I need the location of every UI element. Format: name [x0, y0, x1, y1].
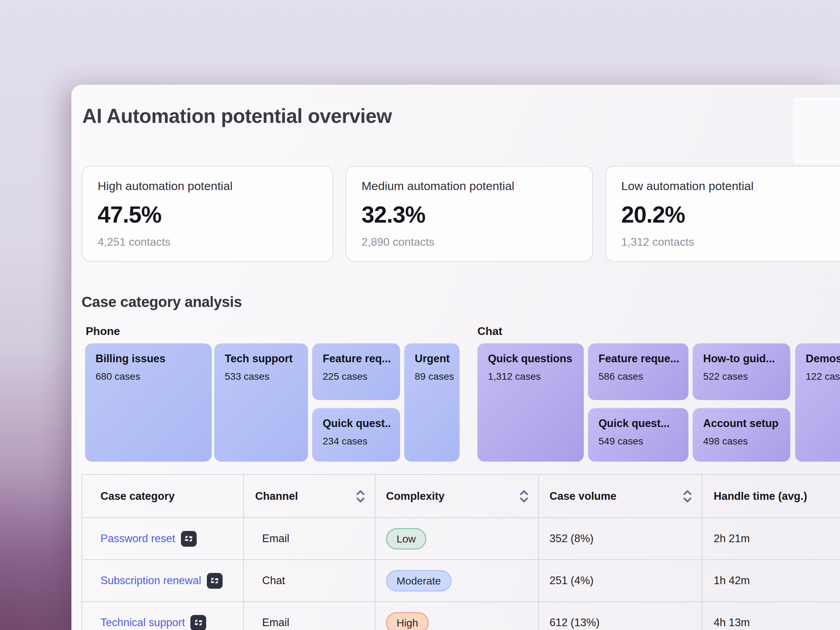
treemap-tile-quick-questions[interactable]: Quick quest.. 234 cases	[312, 408, 400, 462]
section-heading: Case category analysis	[82, 294, 242, 311]
table-row-cell-volume: 251 (4%)	[539, 560, 703, 602]
stat-card-subtext: 2,890 contacts	[362, 235, 577, 248]
stat-card-subtext: 4,251 contacts	[98, 235, 317, 248]
table-row-cell-handle-time: 4h 13m	[703, 602, 840, 630]
treemap-tile-demos[interactable]: Demos 122 cases	[795, 343, 840, 462]
tile-sub: 122 cases	[806, 371, 840, 382]
dashboard-panel: AI Automation potential overview High au…	[71, 85, 840, 630]
case-volume-value: 352 (8%)	[549, 532, 594, 545]
table-row-cell-complexity: Low	[376, 518, 539, 560]
table-row-cell-channel: Email	[244, 602, 376, 630]
table-row-cell-category: Subscription renewal	[82, 560, 244, 602]
tile-title: Quick questions	[488, 352, 573, 365]
treemap-tile-urgent[interactable]: Urgent 89 cases	[404, 343, 459, 462]
tile-title: Billing issues	[96, 352, 201, 365]
stat-card-label: Low automation potential	[621, 179, 840, 193]
tile-sub: 89 cases	[415, 371, 449, 382]
column-header-label: Channel	[255, 490, 298, 503]
page-title: AI Automation potential overview	[82, 104, 392, 127]
tile-title: Feature req...	[323, 352, 390, 365]
column-header-case-category: Case category	[82, 475, 244, 518]
zendesk-logo-icon	[207, 573, 223, 589]
column-header-complexity[interactable]: Complexity	[376, 475, 539, 518]
table-row-cell-volume: 612 (13%)	[539, 602, 703, 630]
column-header-label: Case volume	[549, 490, 616, 503]
stat-card-low: Low automation potential 20.2% 1,312 con…	[605, 166, 840, 262]
tile-sub: 234 cases	[323, 436, 390, 447]
column-header-case-volume[interactable]: Case volume	[539, 475, 703, 518]
stat-card-high: High automation potential 47.5% 4,251 co…	[82, 166, 333, 262]
treemap-tile-account-setup[interactable]: Account setup 498 cases	[693, 408, 790, 462]
table-row-cell-handle-time: 2h 21m	[703, 518, 840, 560]
zendesk-logo-icon	[190, 615, 206, 630]
sort-chevrons-icon[interactable]	[682, 489, 693, 504]
column-header-label: Case category	[101, 490, 175, 503]
column-header-label: Handle time (avg.)	[714, 490, 807, 503]
case-category-link[interactable]: Subscription renewal	[101, 573, 223, 589]
handle-time-value: 2h 21m	[714, 532, 750, 545]
table-row-cell-category: Password reset	[82, 518, 244, 560]
stat-card-value: 47.5%	[98, 201, 317, 228]
stat-card-label: Medium automation potential	[362, 179, 577, 193]
stat-card-value: 20.2%	[621, 201, 840, 228]
treemap-tile-feature-requests[interactable]: Feature req... 225 cases	[312, 343, 400, 400]
tile-sub: 533 cases	[225, 371, 297, 382]
treemap-tile-tech-support[interactable]: Tech support 533 cases	[214, 343, 308, 462]
treemap-tile-feature-requests[interactable]: Feature reque... 586 cases	[588, 343, 688, 400]
column-header-label: Complexity	[386, 490, 445, 503]
corner-panel-fragment	[793, 98, 840, 164]
channel-value: Chat	[262, 574, 285, 587]
tile-sub: 1,312 cases	[488, 371, 573, 382]
treemap-channel-label-phone: Phone	[86, 325, 120, 338]
tile-sub: 549 cases	[598, 436, 678, 447]
case-category-link-label: Subscription renewal	[101, 574, 201, 587]
handle-time-value: 4h 13m	[714, 616, 750, 629]
table-row-cell-category: Technical support	[82, 602, 244, 630]
tile-sub: 522 cases	[703, 371, 780, 382]
column-header-handle-time: Handle time (avg.)	[703, 475, 840, 518]
tile-title: Tech support	[225, 352, 297, 365]
column-header-channel[interactable]: Channel	[244, 475, 376, 518]
treemap-tile-billing-issues[interactable]: Billing issues 680 cases	[85, 343, 212, 462]
channel-value: Email	[262, 616, 289, 629]
case-table: Case category Channel Complexity Case vo…	[82, 474, 840, 630]
table-row-cell-channel: Email	[244, 518, 376, 560]
tile-title: Demos	[806, 352, 840, 365]
tile-sub: 225 cases	[323, 371, 390, 382]
table-row-cell-complexity: High	[376, 602, 539, 630]
sort-chevrons-icon[interactable]	[519, 489, 529, 504]
tile-title: Feature reque...	[598, 352, 678, 365]
complexity-badge-low: Low	[386, 528, 426, 549]
tile-sub: 498 cases	[703, 436, 780, 447]
case-category-link-label: Technical support	[101, 616, 185, 629]
treemap-tile-quick-questions[interactable]: Quick questions 1,312 cases	[477, 343, 584, 462]
case-volume-value: 251 (4%)	[549, 574, 594, 587]
case-category-link-label: Password reset	[101, 532, 175, 545]
complexity-badge-high: High	[386, 612, 429, 630]
complexity-badge-moderate: Moderate	[386, 570, 452, 592]
table-row-cell-channel: Chat	[244, 560, 376, 602]
handle-time-value: 1h 42m	[714, 574, 750, 587]
case-category-link[interactable]: Password reset	[101, 531, 197, 547]
stat-card-medium: Medium automation potential 32.3% 2,890 …	[346, 166, 593, 262]
stat-card-subtext: 1,312 contacts	[621, 235, 840, 248]
channel-value: Email	[262, 532, 289, 545]
table-row-cell-complexity: Moderate	[376, 560, 539, 602]
tile-sub: 586 cases	[598, 371, 678, 382]
case-category-link[interactable]: Technical support	[101, 615, 206, 630]
tile-title: Urgent	[415, 352, 449, 365]
table-row-cell-handle-time: 1h 42m	[703, 560, 840, 602]
tile-title: Quick quest..	[323, 417, 390, 430]
tile-sub: 680 cases	[96, 371, 201, 382]
treemap-tile-howto-guides[interactable]: How-to guid... 522 cases	[693, 343, 790, 400]
case-volume-value: 612 (13%)	[549, 616, 600, 629]
tile-title: How-to guid...	[703, 352, 780, 365]
treemap-channel-label-chat: Chat	[477, 325, 502, 338]
table-row-cell-volume: 352 (8%)	[539, 518, 703, 560]
sort-chevrons-icon[interactable]	[355, 489, 366, 504]
stat-card-label: High automation potential	[98, 179, 317, 193]
treemap-phone: Billing issues 680 cases Tech support 53…	[85, 343, 459, 462]
zendesk-logo-icon	[181, 531, 197, 547]
treemap-tile-quick-quest[interactable]: Quick quest... 549 cases	[588, 408, 688, 462]
stat-card-value: 32.3%	[362, 201, 577, 228]
